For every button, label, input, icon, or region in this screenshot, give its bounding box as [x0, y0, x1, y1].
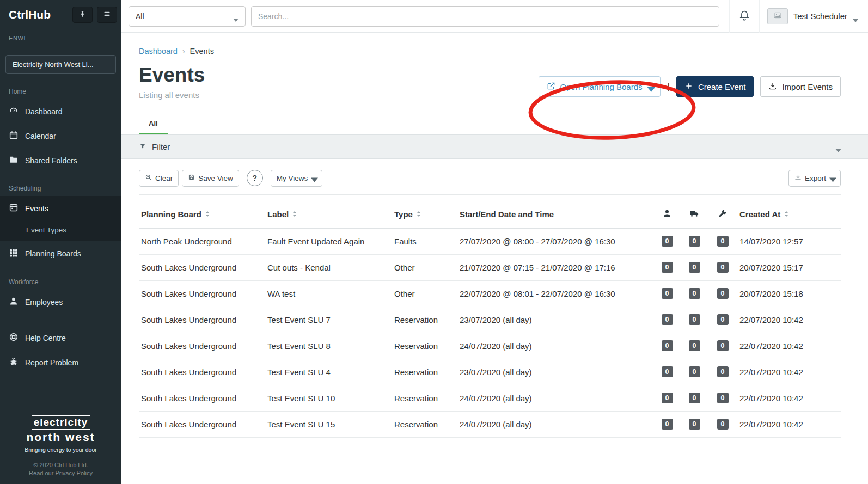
download-icon	[768, 82, 777, 92]
table-row[interactable]: South Lakes Underground Test Event SLU 7…	[139, 307, 841, 333]
vehicles-count-badge: 0	[689, 236, 700, 247]
cell-planning-board: South Lakes Underground	[139, 263, 265, 272]
download-icon	[794, 174, 802, 182]
chevron-down-icon	[311, 176, 316, 180]
cell-planning-board: South Lakes Underground	[139, 341, 265, 351]
sidebar-item-planning-boards[interactable]: Planning Boards	[0, 241, 121, 266]
sidebar-item-label: Events	[25, 204, 48, 213]
cell-label: Test Event SLU 4	[265, 367, 392, 377]
search-input[interactable]	[251, 6, 719, 27]
pin-sidebar-button[interactable]	[72, 7, 93, 23]
cell-datetime: 23/07/2020 (all day)	[457, 367, 653, 377]
people-count-badge: 0	[662, 393, 673, 403]
filter-collapse-bar[interactable]: Filter	[121, 134, 868, 159]
people-count-badge: 0	[662, 262, 673, 273]
sidebar-item-shared-folders[interactable]: Shared Folders	[0, 148, 121, 173]
enwl-logo-line2: north west	[5, 431, 116, 444]
table-row[interactable]: North Peak Underground Fault Event Updat…	[139, 229, 841, 255]
cell-label: Test Event SLU 8	[265, 341, 392, 351]
sidebar-item-employees[interactable]: Employees	[0, 290, 121, 314]
cell-type: Other	[392, 289, 457, 298]
cell-datetime: 22/07/2020 @ 08:01 - 22/07/2020 @ 16:30	[457, 289, 653, 298]
events-table: Planning Board Label Type Start/End Date…	[139, 200, 841, 438]
people-count-badge: 0	[662, 314, 673, 325]
cell-created-at: 22/07/2020 10:42	[737, 367, 841, 377]
cell-created-at: 22/07/2020 10:42	[737, 315, 841, 324]
import-events-button[interactable]: Import Events	[760, 76, 841, 97]
cell-datetime: 27/07/2020 @ 08:00 - 27/07/2020 @ 16:30	[457, 237, 653, 246]
sidebar-item-event-types[interactable]: Event Types	[0, 220, 121, 241]
privacy-policy-link[interactable]: Privacy Policy	[55, 470, 92, 476]
cell-label: Test Event SLU 10	[265, 394, 392, 403]
create-event-label: Create Event	[698, 82, 746, 91]
table-row[interactable]: South Lakes Underground WA test Other 22…	[139, 281, 841, 307]
header-label: Type	[394, 210, 413, 219]
equipment-count-badge: 0	[717, 236, 729, 247]
sidebar-section-scheduling: Scheduling	[0, 177, 121, 196]
image-placeholder-icon	[772, 11, 783, 22]
equipment-count-badge: 0	[717, 262, 729, 273]
chevron-down-icon[interactable]	[835, 145, 841, 148]
table-row[interactable]: South Lakes Underground Test Event SLU 4…	[139, 359, 841, 385]
sidebar-item-dashboard[interactable]: Dashboard	[0, 99, 121, 124]
bell-icon	[738, 9, 750, 23]
cell-datetime: 24/07/2020 (all day)	[457, 420, 653, 429]
clear-button[interactable]: Clear	[139, 170, 179, 187]
header-datetime: Start/End Date and Time	[457, 210, 653, 219]
page-title: Events	[139, 64, 205, 87]
cell-created-at: 22/07/2020 10:42	[737, 341, 841, 351]
header-type[interactable]: Type	[392, 210, 457, 219]
bug-icon	[9, 357, 19, 368]
filter-label: Filter	[152, 142, 170, 151]
my-views-dropdown[interactable]: My Views	[271, 170, 323, 187]
cell-planning-board: South Lakes Underground	[139, 394, 265, 403]
header-created-at[interactable]: Created At	[737, 210, 841, 219]
sidebar-item-events[interactable]: Events	[0, 196, 121, 220]
table-row[interactable]: South Lakes Underground Cut outs - Kenda…	[139, 255, 841, 281]
vehicles-count-badge: 0	[689, 262, 700, 273]
table-row[interactable]: South Lakes Underground Test Event SLU 8…	[139, 333, 841, 359]
tab-all[interactable]: All	[139, 115, 168, 134]
open-planning-boards-button[interactable]: Open Planning Boards	[539, 76, 661, 97]
magnifier-icon	[145, 174, 152, 182]
header-label-col[interactable]: Label	[265, 210, 392, 219]
export-dropdown[interactable]: Export	[788, 170, 841, 187]
notifications-button[interactable]	[729, 0, 760, 33]
clear-label: Clear	[155, 174, 173, 182]
export-label: Export	[805, 174, 826, 182]
funnel-icon	[139, 142, 146, 151]
floppy-disk-icon	[188, 174, 195, 182]
life-ring-icon	[9, 332, 19, 344]
sidebar-item-label: Employees	[25, 298, 63, 307]
truck-icon	[689, 209, 699, 220]
sidebar-toggle-button[interactable]	[97, 7, 117, 23]
sidebar-item-report-problem[interactable]: Report Problem	[0, 350, 121, 375]
header-planning-board[interactable]: Planning Board	[139, 210, 265, 219]
user-menu[interactable]: Test Scheduler	[760, 8, 868, 24]
breadcrumb-dashboard[interactable]: Dashboard	[139, 47, 178, 56]
breadcrumb: Dashboard › Events	[139, 33, 841, 56]
cell-type: Faults	[392, 237, 457, 246]
cell-planning-board: North Peak Underground	[139, 237, 265, 246]
actions-divider: |	[667, 81, 669, 92]
sidebar-item-calendar[interactable]: Calendar	[0, 124, 121, 148]
table-row[interactable]: South Lakes Underground Test Event SLU 1…	[139, 412, 841, 438]
cell-created-at: 22/07/2020 10:42	[737, 420, 841, 429]
sidebar-item-help-centre[interactable]: Help Centre	[0, 326, 121, 350]
main-area: All Test Scheduler Dashboard › Events	[121, 0, 868, 484]
header-label: Planning Board	[141, 210, 201, 219]
calendar-icon	[9, 130, 19, 142]
cell-label: Test Event SLU 15	[265, 420, 392, 429]
help-button[interactable]: ?	[247, 170, 263, 186]
cell-label: Test Event SLU 7	[265, 315, 392, 324]
save-view-button[interactable]: Save View	[182, 170, 239, 187]
search-scope-select[interactable]: All	[129, 6, 246, 27]
open-planning-boards-label: Open Planning Boards	[560, 82, 643, 91]
table-row[interactable]: South Lakes Underground Test Event SLU 1…	[139, 385, 841, 412]
brand-logo: CtrlHub	[9, 8, 68, 21]
cell-planning-board: South Lakes Underground	[139, 367, 265, 377]
equipment-count-badge: 0	[717, 393, 729, 403]
create-event-button[interactable]: Create Event	[676, 76, 754, 97]
organisation-selector[interactable]: Electricity North West Li...	[5, 55, 116, 74]
import-events-label: Import Events	[782, 82, 833, 91]
